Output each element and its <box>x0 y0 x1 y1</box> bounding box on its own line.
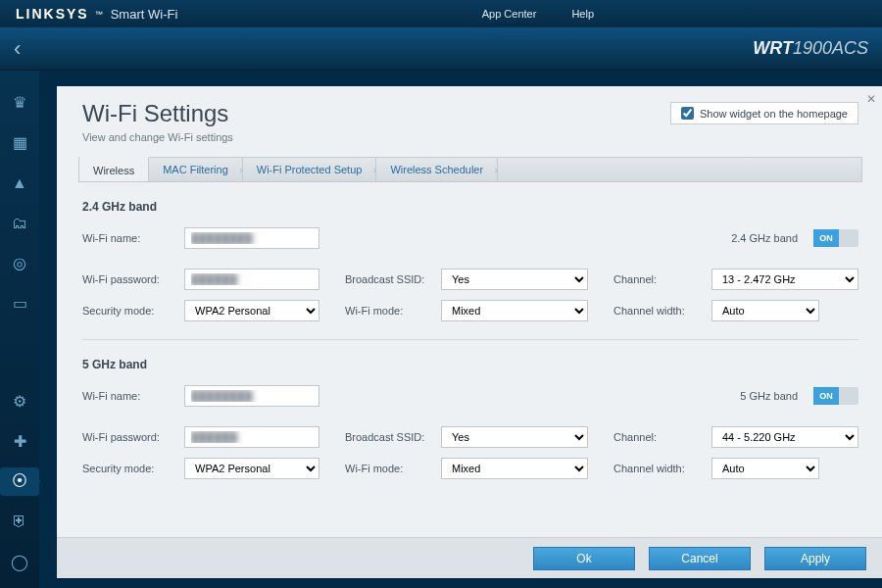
settings-icon[interactable]: ⚙ <box>5 387 34 416</box>
status-icon[interactable]: ♛ <box>5 88 34 117</box>
band5-password-label: Wi-Fi password: <box>82 431 176 443</box>
tab-wireless[interactable]: Wireless <box>79 157 149 181</box>
apply-button[interactable]: Apply <box>764 547 866 570</box>
tab-strip: Wireless MAC Filtering Wi-Fi Protected S… <box>78 157 862 182</box>
band5-title: 5 GHz band <box>82 358 858 371</box>
band24-mode-select[interactable]: Mixed <box>441 300 588 321</box>
band5-width-label: Channel width: <box>613 463 704 474</box>
wifi-icon[interactable]: ⦿ <box>0 467 39 496</box>
devices-icon[interactable]: 🗂 <box>5 209 34 237</box>
band24-name-label: Wi-Fi name: <box>82 232 176 244</box>
model-label: WRT1900ACS <box>753 38 868 59</box>
page-title: Wi-Fi Settings <box>82 100 233 127</box>
cancel-button[interactable]: Cancel <box>649 547 751 570</box>
tab-scheduler[interactable]: Wireless Scheduler <box>376 158 498 181</box>
show-widget-checkbox[interactable]: Show widget on the homepage <box>670 102 858 124</box>
band24-security-label: Security mode: <box>82 305 176 317</box>
band-divider <box>82 339 858 340</box>
band24-security-select[interactable]: WPA2 Personal <box>184 300 319 321</box>
globe-icon[interactable]: ◎ <box>5 249 34 277</box>
tab-mac-filtering[interactable]: MAC Filtering <box>149 158 243 181</box>
brand-logo: LINKSYS <box>16 6 89 22</box>
show-widget-label: Show widget on the homepage <box>700 108 848 120</box>
sidebar: ♛ ▦ ▲ 🗂 ◎ ▭ ⚙ ✚ ⦿ ⛨ ◯ <box>0 71 39 588</box>
help-link[interactable]: Help <box>571 8 594 20</box>
panel-footer: Ok Cancel Apply <box>57 537 882 578</box>
band5-password-input[interactable] <box>184 426 319 448</box>
band24-toggle-knob: ON <box>813 229 839 247</box>
band24-toggle-label: 2.4 GHz band <box>731 232 798 244</box>
band24-name-input[interactable] <box>184 227 319 249</box>
support-icon[interactable]: ◯ <box>5 548 34 576</box>
band24-width-label: Channel width: <box>613 305 704 317</box>
calendar-icon[interactable]: ▦ <box>5 128 34 157</box>
band5-toggle-knob: ON <box>813 387 839 405</box>
band5-security-label: Security mode: <box>82 463 176 474</box>
page-subtitle: View and change Wi-Fi settings <box>82 131 233 143</box>
alert-icon[interactable]: ▲ <box>5 169 34 197</box>
brand-bar: LINKSYS ™ Smart Wi-Fi App Center Help <box>0 0 882 27</box>
show-widget-input[interactable] <box>681 107 694 120</box>
band24-password-label: Wi-Fi password: <box>82 273 176 285</box>
firstaid-icon[interactable]: ✚ <box>5 427 34 456</box>
band24-password-input[interactable] <box>184 269 319 290</box>
band5-mode-label: Wi-Fi mode: <box>345 463 433 474</box>
brand-tm: ™ <box>95 10 103 19</box>
band5-broadcast-select[interactable]: Yes <box>441 426 588 448</box>
sub-bar: ‹ WRT1900ACS <box>0 27 882 71</box>
band5-broadcast-label: Broadcast SSID: <box>345 431 433 443</box>
band24-width-select[interactable]: Auto <box>711 300 819 321</box>
band5-security-select[interactable]: WPA2 Personal <box>184 458 319 479</box>
band5-channel-select[interactable]: 44 - 5.220 GHz <box>711 426 858 448</box>
close-icon[interactable]: ✕ <box>866 92 876 106</box>
band24-broadcast-select[interactable]: Yes <box>441 269 588 290</box>
model-bold: WRT <box>753 38 793 58</box>
band5-mode-select[interactable]: Mixed <box>441 458 588 479</box>
model-light: 1900ACS <box>793 38 868 58</box>
tab-wps[interactable]: Wi-Fi Protected Setup <box>243 158 377 181</box>
band5-name-input[interactable] <box>184 385 319 407</box>
band24-channel-select[interactable]: 13 - 2.472 GHz <box>711 269 858 290</box>
back-button[interactable]: ‹ <box>14 36 21 62</box>
band24-mode-label: Wi-Fi mode: <box>345 305 433 317</box>
band24-channel-label: Channel: <box>613 273 704 285</box>
band24-toggle[interactable]: ON <box>813 229 858 247</box>
band5-toggle-label: 5 GHz band <box>740 390 798 402</box>
band24-broadcast-label: Broadcast SSID: <box>345 273 433 285</box>
appcenter-link[interactable]: App Center <box>482 8 537 20</box>
band5-toggle[interactable]: ON <box>813 387 858 405</box>
storage-icon[interactable]: ▭ <box>5 289 34 318</box>
band5-channel-label: Channel: <box>613 431 704 443</box>
brand-subtitle: Smart Wi-Fi <box>111 7 178 22</box>
band24-title: 2.4 GHz band <box>82 200 858 214</box>
security-icon[interactable]: ⛨ <box>5 508 34 536</box>
settings-panel: ✕ Wi-Fi Settings View and change Wi-Fi s… <box>57 86 882 578</box>
ok-button[interactable]: Ok <box>533 547 635 570</box>
band5-name-label: Wi-Fi name: <box>82 390 176 402</box>
band5-width-select[interactable]: Auto <box>711 458 819 479</box>
